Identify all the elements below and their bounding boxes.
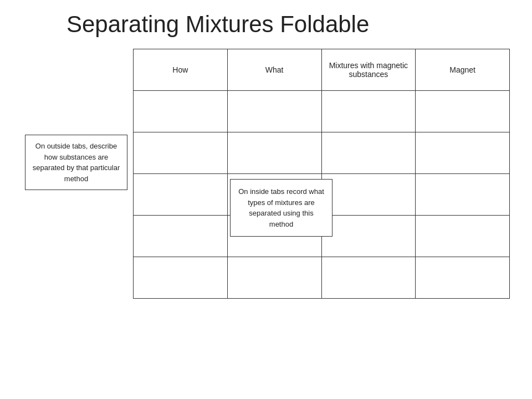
cell: [227, 132, 321, 174]
cell: [227, 257, 321, 299]
cell: [321, 132, 416, 174]
cell: [321, 91, 416, 132]
cell: [416, 174, 510, 216]
cell: [416, 216, 510, 257]
cell: [134, 257, 228, 299]
table-header-row: How What Mixtures with magnetic substanc…: [134, 49, 510, 91]
cell: [321, 216, 416, 257]
cell: [321, 257, 416, 299]
tooltip-inside: On inside tabs record what types of mixt…: [230, 179, 332, 237]
header-how: How: [134, 49, 228, 91]
table-wrapper: On outside tabs, describe how substances…: [133, 49, 510, 299]
header-mixtures: Mixtures with magnetic substances: [321, 49, 416, 91]
cell: [134, 216, 228, 257]
page-title: Separating Mixtures Foldable: [66, 11, 510, 38]
page-container: Separating Mixtures Foldable On outside …: [0, 0, 532, 399]
cell: [227, 91, 321, 132]
cell: [134, 174, 228, 216]
table-row: [134, 257, 510, 299]
tooltip-outside: On outside tabs, describe how substances…: [25, 135, 127, 190]
cell: [416, 91, 510, 132]
cell: [134, 132, 228, 174]
table-row: [134, 132, 510, 174]
cell: [321, 174, 416, 216]
header-magnet: Magnet: [416, 49, 510, 91]
main-table: How What Mixtures with magnetic substanc…: [133, 49, 510, 299]
header-what: What: [227, 49, 321, 91]
cell: [416, 132, 510, 174]
table-row: [134, 91, 510, 132]
cell: [134, 91, 228, 132]
cell: [416, 257, 510, 299]
